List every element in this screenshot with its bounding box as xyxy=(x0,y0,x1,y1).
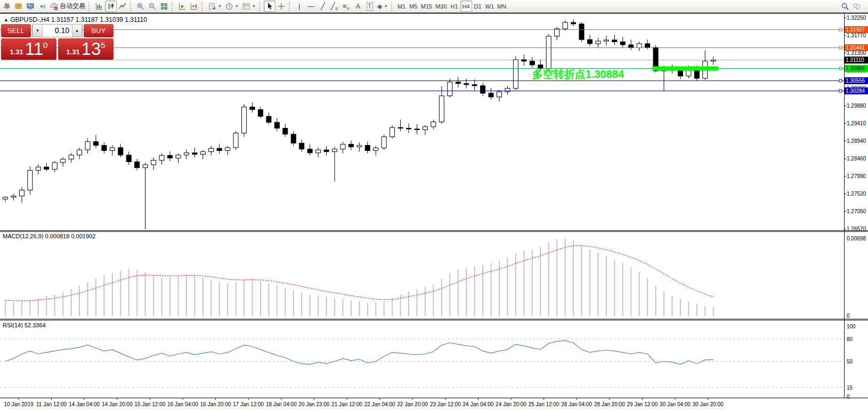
zoomout-icon xyxy=(148,2,157,11)
sell-price-button[interactable]: 1.31 11 0 xyxy=(1,38,56,60)
trendline-button[interactable]: ╱ xyxy=(317,1,329,12)
tf-d1[interactable]: D1 xyxy=(472,1,484,12)
editor-icon-button[interactable] xyxy=(25,1,36,12)
time-axis-label: 18 Jan 04:00 xyxy=(266,401,297,407)
line-end-marker[interactable] xyxy=(839,79,842,82)
fibonacci-button[interactable]: ≡F xyxy=(340,1,352,12)
sell-price-prefix: 1.31 xyxy=(10,48,23,60)
candle-body xyxy=(431,122,436,127)
candle-body xyxy=(209,148,214,151)
candle-body xyxy=(390,127,395,136)
tf-h1[interactable]: H1 xyxy=(449,1,460,12)
cloud-icon xyxy=(50,2,58,11)
insert-group: ▼▼▼ xyxy=(206,1,257,12)
new-order-button[interactable]: 单 xyxy=(1,1,13,12)
candle-body xyxy=(530,61,534,65)
candle-body xyxy=(456,82,460,84)
horizontal-line-glyph: — xyxy=(307,3,314,10)
candlestick-chart-button[interactable] xyxy=(105,1,117,12)
time-axis-label: 11 Jan 12:00 xyxy=(36,401,67,407)
tile-windows-button[interactable] xyxy=(158,1,170,12)
clock-icon xyxy=(225,2,233,11)
bar-chart-button[interactable] xyxy=(93,1,105,12)
candle-body xyxy=(563,22,567,29)
candle-body xyxy=(604,40,609,41)
line-chart-button[interactable] xyxy=(117,1,128,12)
candle-body xyxy=(489,93,493,97)
zoom-out-button[interactable] xyxy=(147,1,158,12)
vertical-line-button[interactable]: | xyxy=(294,1,305,12)
price-tick-label: 1.32250 xyxy=(847,15,866,21)
auto-scroll-button[interactable] xyxy=(176,1,188,12)
chart-type-group xyxy=(93,1,128,12)
symbol-triangle-icon: ▲ xyxy=(4,17,9,22)
chat-button[interactable] xyxy=(851,1,863,12)
time-axis-label: 14 Jan 04:00 xyxy=(69,401,100,407)
tf-m1-label: M1 xyxy=(398,3,405,10)
crosshair-button[interactable] xyxy=(275,1,287,12)
time-axis-label: 29 Jan 12:00 xyxy=(627,401,658,407)
chevron-down-icon: ▼ xyxy=(252,4,256,8)
fibonacci-glyph: ≡ xyxy=(343,3,347,10)
candle-body xyxy=(398,127,403,128)
lot-size-input[interactable]: 0.10 xyxy=(43,25,72,37)
tf-mn[interactable]: MN xyxy=(496,1,508,12)
toolbar-separator xyxy=(88,2,92,11)
arrows-button[interactable]: ◈▼ xyxy=(376,1,390,12)
zoom-group xyxy=(135,1,170,12)
lot-increase-button[interactable]: ▲ xyxy=(72,25,82,37)
candle-body xyxy=(481,86,485,93)
price-tick-label: 1.27520 xyxy=(847,191,866,197)
tf-h4[interactable]: H4 xyxy=(460,1,472,12)
chart-shift-button[interactable] xyxy=(188,1,200,12)
tf-m15[interactable]: M15 xyxy=(419,1,434,12)
label-button[interactable]: T xyxy=(364,1,376,12)
price-tick-label: 1.31770 xyxy=(847,33,866,38)
time-axis-label: 22 Jan 04:00 xyxy=(364,401,395,407)
buy-price-button[interactable]: 1.31 13 5 xyxy=(58,38,113,60)
tf-h4-label: H4 xyxy=(463,3,470,10)
tf-w1[interactable]: W1 xyxy=(484,1,496,12)
book-icon xyxy=(14,2,23,11)
templates-button[interactable]: ▼ xyxy=(240,1,257,12)
horizontal-line-button[interactable]: — xyxy=(305,1,317,12)
alerts-icon-button[interactable] xyxy=(36,1,48,12)
price-tick-label: 1.28460 xyxy=(847,156,866,162)
zoom-in-button[interactable] xyxy=(135,1,147,12)
candle-body xyxy=(374,148,378,151)
indicators-button[interactable]: ▼ xyxy=(206,1,223,12)
tf-m30[interactable]: M30 xyxy=(434,1,448,12)
line-end-marker[interactable] xyxy=(839,28,842,31)
candle-body xyxy=(266,116,271,122)
search-button[interactable] xyxy=(839,1,851,12)
periods-button[interactable]: ▼ xyxy=(223,1,240,12)
chart-annotation-text: 多空转折点1.30884 xyxy=(532,68,624,80)
price-line-badge-text: 1.31441 xyxy=(846,45,865,51)
candle-body xyxy=(85,142,90,150)
candle-body xyxy=(225,148,230,151)
history-icon-button[interactable] xyxy=(13,1,25,12)
cursor-button[interactable] xyxy=(264,1,275,12)
autotrading-button[interactable]: 自动交易 xyxy=(48,1,87,12)
text-button[interactable]: A xyxy=(352,1,364,12)
chart-canvas[interactable]: 多空转折点1.308841.322501.317701.313001.30830… xyxy=(0,13,868,411)
candle-body xyxy=(522,60,526,61)
sell-button[interactable]: SELL xyxy=(1,24,31,37)
autotrading-button-label: 自动交易 xyxy=(60,2,85,11)
buy-button[interactable]: BUY xyxy=(84,24,113,37)
chart-window[interactable]: 多空转折点1.308841.322501.317701.313001.30830… xyxy=(0,13,868,411)
chevron-down-icon: ▼ xyxy=(384,4,388,8)
candle-body xyxy=(340,144,345,149)
lot-decrease-button[interactable]: ▼ xyxy=(33,25,43,37)
line-end-marker[interactable] xyxy=(839,90,842,92)
candle-body xyxy=(307,149,312,153)
tf-m5[interactable]: M5 xyxy=(408,1,419,12)
line-end-marker[interactable] xyxy=(839,46,842,49)
toolbar-separator xyxy=(172,2,175,11)
rsi-axis-label: 15 xyxy=(847,385,853,391)
arrows-glyph: ◈ xyxy=(377,3,383,10)
tf-m1[interactable]: M1 xyxy=(396,1,408,12)
line-end-marker[interactable] xyxy=(839,67,842,70)
time-axis-label: 28 Jan 04:00 xyxy=(561,401,592,407)
channel-button[interactable]: ╱E xyxy=(329,1,340,12)
